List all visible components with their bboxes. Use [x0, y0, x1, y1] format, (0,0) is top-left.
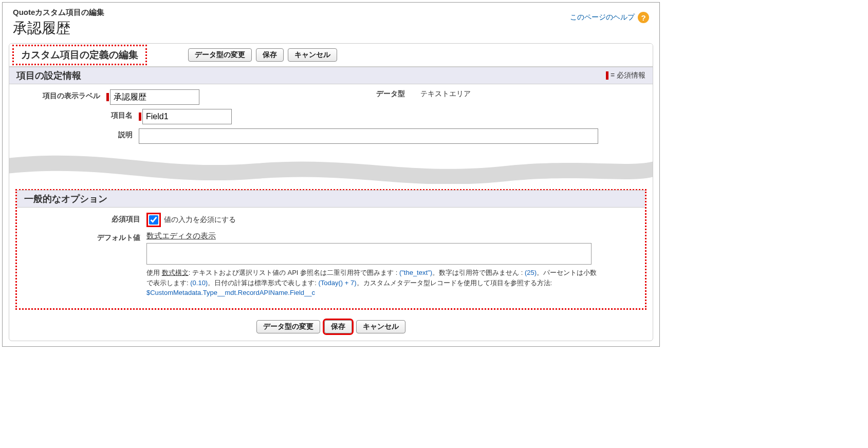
header-subtitle: Quoteカスタム項目の編集: [13, 8, 104, 17]
cancel-button-footer[interactable]: キャンセル: [356, 320, 405, 333]
help-ex2: (25): [525, 269, 537, 276]
help-link[interactable]: このページのヘルプ ?: [570, 12, 649, 23]
required-checkbox-highlight: [146, 213, 161, 227]
save-button[interactable]: 保存: [256, 48, 284, 62]
row-required: 必須項目 値の入力を必須にする: [27, 213, 635, 227]
panel-header: カスタム項目の定義の編集 データ型の変更 保存 キャンセル: [9, 44, 653, 67]
field-name-input[interactable]: [142, 109, 232, 124]
change-data-type-button-footer[interactable]: データ型の変更: [256, 320, 320, 333]
help-part2: 。数字は引用符で囲みません :: [432, 269, 525, 276]
row-data-type: データ型 テキストエリア: [199, 89, 642, 99]
content-omitted-wave: [9, 148, 653, 184]
row-default-value: デフォルト値 数式エディタの表示 使用 数式構文: テキストおよび選択リスト値の…: [27, 231, 635, 298]
default-value-textarea[interactable]: [146, 243, 592, 265]
top-toolbar: データ型の変更 保存 キャンセル: [188, 48, 337, 62]
help-part4: 。日付の計算は標準形式で表します:: [208, 279, 318, 287]
help-ex4: (Today() + 7): [318, 279, 356, 287]
help-part1: : テキストおよび選択リスト値の API 参照名は二重引用符で囲みます :: [189, 269, 399, 276]
cancel-button[interactable]: キャンセル: [288, 48, 337, 62]
main-panel: カスタム項目の定義の編集 データ型の変更 保存 キャンセル 項目の設定情報 = …: [9, 43, 653, 341]
label-field-name: 項目名: [20, 109, 139, 120]
page-header: Quoteカスタム項目の編集 承認履歴 このページのヘルプ ?: [3, 3, 659, 43]
panel-title: カスタム項目の定義の編集: [12, 45, 147, 65]
page-container: Quoteカスタム項目の編集 承認履歴 このページのヘルプ ? カスタム項目の定…: [2, 2, 660, 347]
change-data-type-button[interactable]: データ型の変更: [188, 48, 252, 62]
required-checkbox-label: 値の入力を必須にする: [164, 215, 236, 225]
help-icon: ?: [638, 12, 649, 23]
field-settings-form: 項目の表示ラベル データ型 テキストエリア 項目名 説明: [9, 84, 653, 144]
description-input[interactable]: [139, 128, 598, 144]
formula-help-text: 使用 数式構文: テキストおよび選択リスト値の API 参照名は二重引用符で囲み…: [146, 268, 599, 298]
syntax-link[interactable]: 数式構文: [162, 269, 189, 276]
label-description: 説明: [20, 128, 139, 140]
required-bar-icon: [139, 113, 141, 121]
help-ex3: (0.10): [190, 279, 208, 287]
header-left: Quoteカスタム項目の編集 承認履歴: [13, 8, 104, 38]
help-prefix: 使用: [146, 269, 162, 276]
section-options-header: 一般的なオプション: [17, 190, 645, 208]
general-options-highlight: 一般的なオプション 必須項目 値の入力を必須にする デフォルト値 数式エディ: [15, 189, 647, 310]
required-legend: = 必須情報: [606, 71, 645, 80]
section-info-title: 項目の設定情報: [16, 69, 81, 82]
help-ex1: ("the_text"): [399, 269, 432, 276]
display-label-input[interactable]: [110, 89, 199, 105]
help-link-text: このページのヘルプ: [570, 13, 635, 22]
required-bar-icon: [106, 93, 109, 101]
general-options-form: 必須項目 値の入力を必須にする デフォルト値 数式エディタの表示: [17, 208, 645, 298]
row-display-label: 項目の表示ラベル データ型 テキストエリア: [20, 89, 642, 105]
show-formula-editor-link[interactable]: 数式エディタの表示: [146, 231, 216, 240]
footer-toolbar: データ型の変更 保存 キャンセル: [15, 315, 647, 341]
label-default-value: デフォルト値: [27, 231, 146, 242]
label-required: 必須項目: [27, 213, 146, 224]
required-checkbox[interactable]: [149, 215, 158, 225]
label-data-type: データ型: [369, 89, 405, 99]
row-description: 説明: [20, 128, 642, 144]
page-title: 承認履歴: [13, 18, 104, 38]
save-button-footer[interactable]: 保存: [324, 320, 352, 333]
label-display-label: 項目の表示ラベル: [20, 89, 106, 101]
required-legend-text: = 必須情報: [611, 71, 645, 80]
section-info-header: 項目の設定情報 = 必須情報: [9, 67, 653, 84]
required-bar-icon: [606, 71, 608, 80]
section-options-title: 一般的なオプション: [24, 194, 107, 204]
help-part5: 。カスタムメタデータ型レコードを使用して項目を参照する方法:: [357, 279, 552, 287]
help-ex5: $CustomMetadata.Type__mdt.RecordAPIName.…: [146, 289, 315, 296]
row-field-name: 項目名: [20, 109, 642, 124]
value-data-type: テキストエリア: [420, 89, 471, 99]
